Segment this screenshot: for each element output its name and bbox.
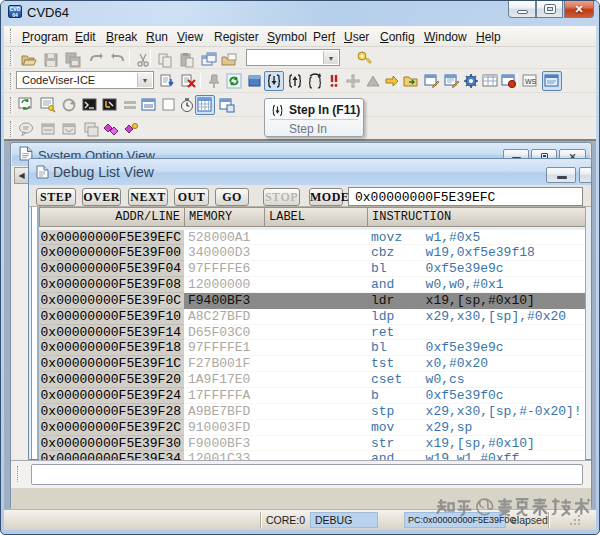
- svg-text:WS: WS: [525, 78, 537, 85]
